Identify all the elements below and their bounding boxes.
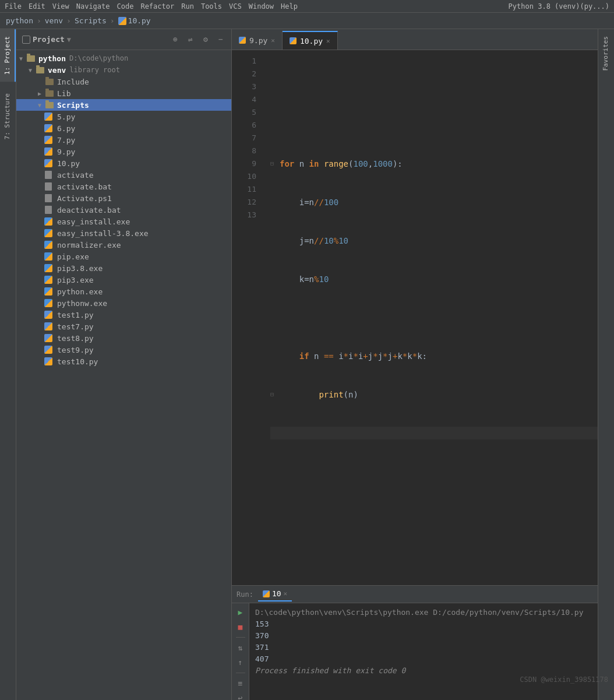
tab-9py-close[interactable]: ✕	[271, 37, 275, 44]
tab-10py-close[interactable]: ✕	[326, 37, 330, 45]
code-line-5: j=n // 10 % 10	[270, 234, 598, 247]
tree-item-5py[interactable]: 5.py	[16, 111, 231, 122]
menu-file[interactable]: File	[5, 2, 22, 10]
tree-item-activate[interactable]: activate	[16, 169, 231, 181]
py-icon	[44, 147, 52, 156]
tab-9py[interactable]: 9.py ✕	[232, 31, 283, 50]
breadcrumb-scripts[interactable]: Scripts	[75, 16, 107, 25]
py-icon	[44, 136, 52, 144]
run-scroll-up[interactable]: ↑	[235, 657, 246, 668]
menu-vcs[interactable]: VCS	[229, 2, 242, 10]
line-numbers: 1 2 3 4 5 6 7 8 9 10 11 12 13	[232, 50, 261, 585]
project-title-label: Project ▼	[22, 35, 71, 44]
tree-item-activatebat[interactable]: activate.bat	[16, 181, 231, 192]
tree-item-Activateps1[interactable]: Activate.ps1	[16, 192, 231, 204]
tree-item-include[interactable]: Include	[16, 76, 231, 87]
tree-item-pipexe[interactable]: pip.exe	[16, 251, 231, 262]
tree-item-easy_installexe[interactable]: easy_install.exe	[16, 216, 231, 227]
run-tab-close[interactable]: ✕	[284, 590, 288, 597]
exe-icon	[44, 241, 52, 249]
file-icon	[45, 194, 52, 202]
toolbar-add-icon[interactable]: ⊕	[171, 35, 180, 44]
code-content[interactable]: ⊟ for n in range ( 100 , 1000 ): i=n	[261, 50, 598, 585]
run-content: ▶ ■ ⇅ ↑ ≡ ↩ ⇕ ⊟ D:\code\python\venv\Scri…	[232, 603, 598, 700]
menu-navigate[interactable]: Navigate	[76, 2, 110, 10]
fold-arrow-3[interactable]: ⊟	[270, 157, 280, 170]
tree-item-pip38.exe[interactable]: pip3.8.exe	[16, 262, 231, 274]
tree-item-lib[interactable]: ▶ Lib	[16, 87, 231, 99]
side-tab-structure[interactable]: 7: Structure	[0, 86, 16, 146]
tree-item-deactivatebat[interactable]: deactivate.bat	[16, 204, 231, 216]
run-output: D:\code\python\venv\Scripts\python.exe D…	[249, 603, 598, 700]
menu-refactor[interactable]: Refactor	[140, 2, 174, 10]
tree-arrow-python[interactable]: ▼	[16, 55, 26, 62]
watermark: CSDN @weixin_39851178	[520, 676, 608, 684]
py-icon	[44, 346, 52, 354]
tree-item-test10py[interactable]: test10.py	[16, 356, 231, 367]
run-output-407: 407	[255, 653, 592, 665]
exe-icon	[44, 229, 52, 237]
menu-tools[interactable]: Tools	[201, 2, 222, 10]
toolbar-gear-icon[interactable]: ⚙	[201, 35, 210, 44]
folder-icon-scripts	[44, 100, 55, 110]
tree-arrow-lib[interactable]: ▶	[35, 90, 44, 97]
folder-icon-include	[44, 77, 55, 86]
tree-item-normalizerexe[interactable]: normalizer.exe	[16, 239, 231, 251]
toolbar-split-icon[interactable]: ⇌	[186, 35, 195, 44]
tree-item-test1py[interactable]: test1.py	[16, 309, 231, 321]
code-editor[interactable]: 1 2 3 4 5 6 7 8 9 10 11 12 13	[232, 50, 598, 585]
tree-arrow-venv[interactable]: ▼	[26, 67, 35, 73]
breadcrumb-file[interactable]: 10.py	[128, 16, 151, 25]
menu-edit[interactable]: Edit	[29, 2, 45, 10]
tree-item-10py[interactable]: 10.py	[16, 157, 231, 169]
tree-item-test8py[interactable]: test8.py	[16, 332, 231, 344]
code-line-11	[270, 465, 598, 478]
editor-area: 9.py ✕ 10.py ✕ 1 2 3 4 5 6 7	[232, 29, 598, 585]
menu-python[interactable]: Python 3.8 (venv)(py...)	[509, 2, 609, 10]
main-layout: 1: Project 7: Structure Project ▼ ⊕ ⇌ ⚙ …	[0, 29, 614, 700]
py-icon	[44, 334, 52, 342]
run-tab-10[interactable]: 10 ✕	[258, 587, 292, 601]
run-btn-wrap[interactable]: ↩	[235, 692, 246, 700]
tree-item-6py[interactable]: 6.py	[16, 122, 231, 134]
tree-item-pythonwexe[interactable]: pythonw.exe	[16, 297, 231, 309]
tab-10py[interactable]: 10.py ✕	[283, 31, 338, 50]
menu-code[interactable]: Code	[117, 2, 134, 10]
tree-item-test9py[interactable]: test9.py	[16, 344, 231, 356]
code-line-3: ⊟ for n in range ( 100 , 1000 ):	[270, 157, 598, 170]
breadcrumb: python › venv › Scripts › 10.py	[0, 13, 614, 29]
menu-window[interactable]: Window	[249, 2, 274, 10]
code-line-9: ⊟ print (n)	[270, 388, 598, 401]
menu-help[interactable]: Help	[281, 2, 298, 10]
tree-item-7py[interactable]: 7.py	[16, 134, 231, 146]
tree-item-test7py[interactable]: test7.py	[16, 321, 231, 332]
run-stop-button[interactable]: ■	[235, 621, 246, 632]
side-tab-project[interactable]: 1: Project	[0, 29, 16, 82]
tree-item-9py[interactable]: 9.py	[16, 146, 231, 157]
run-btn-list[interactable]: ≡	[235, 678, 246, 689]
code-line-12	[270, 504, 598, 516]
tree-item-pip3exe[interactable]: pip3.exe	[16, 274, 231, 286]
run-output-153: 153	[255, 618, 592, 630]
favorites-tab[interactable]: Favorites	[598, 29, 614, 78]
run-rerun-button[interactable]: ⇅	[235, 642, 246, 653]
tree-item-scripts[interactable]: ▼ Scripts	[16, 99, 231, 111]
tree-item-easy_install-38.exe[interactable]: easy_install-3.8.exe	[16, 227, 231, 239]
file-icon	[45, 182, 52, 191]
run-command-line: D:\code\python\venv\Scripts\python.exe D…	[255, 607, 592, 618]
exe-icon	[44, 287, 52, 296]
run-play-button[interactable]: ▶	[235, 607, 246, 618]
tree-arrow-scripts[interactable]: ▼	[35, 102, 44, 108]
menu-view[interactable]: View	[52, 2, 69, 10]
tree-item-pythonexe[interactable]: python.exe	[16, 286, 231, 297]
code-line-7	[270, 311, 598, 324]
tab-9py-icon	[239, 37, 246, 44]
breadcrumb-python[interactable]: python	[6, 16, 33, 25]
tree-item-venv[interactable]: ▼ venv library root	[16, 64, 231, 76]
code-line-10	[270, 427, 598, 439]
code-line-8: if n == i * i * i + j * j * j	[270, 350, 598, 363]
breadcrumb-venv[interactable]: venv	[45, 16, 63, 25]
menu-run[interactable]: Run	[181, 2, 194, 10]
tree-item-python[interactable]: ▼ python D:\code\python	[16, 52, 231, 64]
toolbar-minus-icon[interactable]: −	[216, 35, 225, 44]
